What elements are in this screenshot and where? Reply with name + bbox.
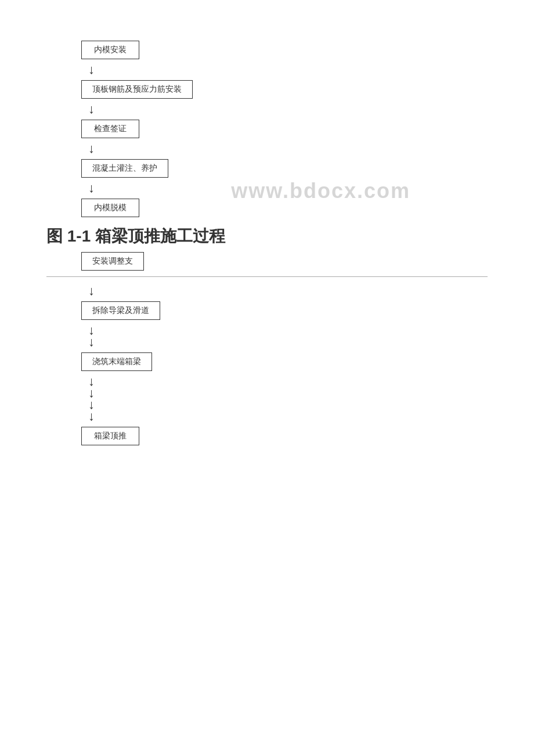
arrow-3: ↓ — [81, 138, 488, 159]
flow-step-1: 内模安装 — [81, 41, 488, 59]
flow-step-9: 箱梁顶推 — [81, 427, 488, 445]
box-step9: 箱梁顶推 — [81, 427, 139, 445]
flow-step-4: 混凝土灌注、养护 — [81, 159, 488, 178]
down-arrow-4: ↓ — [88, 182, 95, 195]
box-step8: 浇筑末端箱梁 — [81, 352, 152, 371]
arrow-2: ↓ — [81, 99, 488, 120]
arrow-1: ↓ — [81, 59, 488, 80]
down-arrow-2: ↓ — [88, 103, 95, 116]
box-step2: 顶板钢筋及预应力筋安装 — [81, 80, 193, 99]
box-step6: 安装调整支 — [81, 252, 144, 271]
arrow-4: ↓ — [81, 178, 488, 199]
down-arrow-5: ↓ — [88, 285, 95, 297]
arrow-5: ↓ — [81, 280, 488, 301]
flow-step-8: 浇筑末端箱梁 — [81, 352, 488, 371]
flow-step-2: 顶板钢筋及预应力筋安装 — [81, 80, 488, 99]
down-arrow-7: ↓ — [88, 336, 95, 348]
box-step3: 检查签证 — [81, 120, 139, 138]
arrow-7: ↓ — [81, 332, 488, 352]
section-title: 图 1-1 箱梁顶推施工过程 — [46, 225, 488, 247]
flow-step-6: 安装调整支 — [81, 252, 488, 271]
flow-step-5: 内模脱模 — [81, 199, 488, 217]
box-step7: 拆除导梁及滑道 — [81, 301, 160, 320]
arrow-11: ↓ — [81, 406, 488, 427]
down-arrow-3: ↓ — [88, 142, 95, 155]
box-step5: 内模脱模 — [81, 199, 139, 217]
box-step1: 内模安装 — [81, 41, 139, 59]
flow-step-3: 检查签证 — [81, 120, 488, 138]
box-step4: 混凝土灌注、养护 — [81, 159, 168, 178]
down-arrow-1: ↓ — [88, 63, 95, 76]
flow-step-7: 拆除导梁及滑道 — [81, 301, 488, 320]
page-container: 内模安装 ↓ 顶板钢筋及预应力筋安装 ↓ 检查签证 ↓ 混凝土灌注、养护 ↓ 内… — [0, 0, 534, 756]
down-arrow-11: ↓ — [88, 410, 95, 423]
divider — [46, 276, 488, 277]
